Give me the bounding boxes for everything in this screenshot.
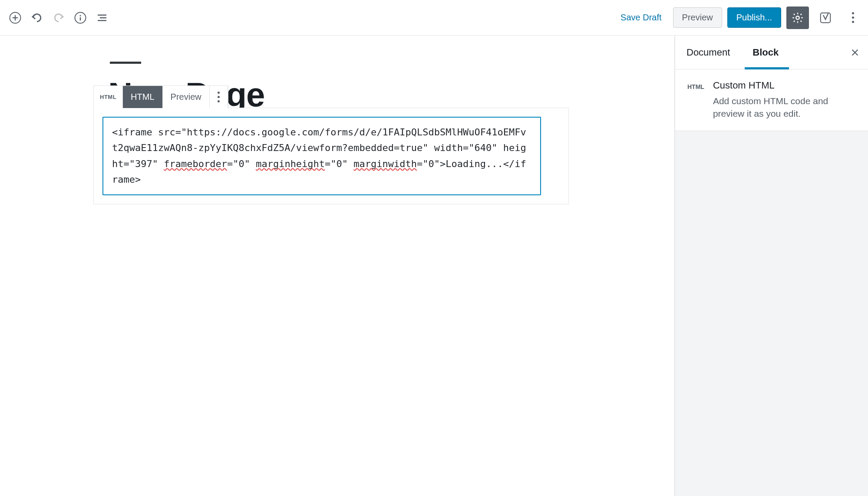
sidebar-close-button[interactable] xyxy=(842,39,868,66)
block-tab-html[interactable]: HTML xyxy=(123,86,162,108)
code-word-marginwidth: marginwidth xyxy=(353,158,417,169)
title-accent-bar xyxy=(110,62,141,64)
html-code-textarea[interactable]: <iframe src="https://docs.google.com/for… xyxy=(102,117,541,195)
plus-circle-icon xyxy=(9,11,22,24)
yoast-button[interactable] xyxy=(814,7,837,29)
gear-icon xyxy=(792,12,804,24)
yoast-icon xyxy=(819,11,832,24)
kebab-icon xyxy=(852,12,854,23)
top-toolbar: Save Draft Preview Publish... xyxy=(0,0,868,36)
svg-rect-10 xyxy=(821,13,831,23)
content-structure-button[interactable] xyxy=(69,7,91,29)
block-more-options[interactable] xyxy=(210,86,228,108)
sidebar-tabs: Document Block xyxy=(675,36,868,69)
svg-point-9 xyxy=(796,16,799,19)
main-area: New Page HTML HTML Preview <iframe src="… xyxy=(0,36,868,496)
code-text: ="0" xyxy=(227,158,256,169)
publish-button[interactable]: Publish... xyxy=(727,7,781,28)
html-badge-icon: HTML xyxy=(100,94,116,100)
save-draft-button[interactable]: Save Draft xyxy=(614,9,667,26)
outline-icon xyxy=(96,11,109,24)
custom-html-block[interactable]: HTML HTML Preview <iframe src="https://d… xyxy=(93,108,569,204)
info-icon xyxy=(74,11,87,24)
more-options-button[interactable] xyxy=(842,7,864,29)
code-word-marginheight: marginheight xyxy=(256,158,325,169)
editor-content: New Page HTML HTML Preview <iframe src="… xyxy=(93,62,569,204)
kebab-icon xyxy=(218,92,220,102)
toolbar-left xyxy=(4,7,113,29)
code-word-frameborder: frameborder xyxy=(164,158,227,169)
sidebar-tab-block[interactable]: Block xyxy=(741,36,790,69)
settings-sidebar: Document Block HTML Custom HTML Add cust… xyxy=(675,36,868,496)
block-info-panel: HTML Custom HTML Add custom HTML code an… xyxy=(675,69,868,131)
undo-button[interactable] xyxy=(26,7,48,29)
settings-toggle-button[interactable] xyxy=(786,7,809,29)
undo-icon xyxy=(30,11,43,24)
block-toolbar: HTML HTML Preview xyxy=(93,85,228,108)
preview-button[interactable]: Preview xyxy=(673,7,722,28)
block-navigation-button[interactable] xyxy=(91,7,113,29)
redo-icon xyxy=(52,11,65,24)
sidebar-tab-document[interactable]: Document xyxy=(675,36,741,69)
code-text: ="0" xyxy=(325,158,353,169)
block-tab-preview[interactable]: Preview xyxy=(163,86,210,108)
svg-point-4 xyxy=(79,15,81,16)
html-badge-icon: HTML xyxy=(687,83,704,120)
toolbar-right: Save Draft Preview Publish... xyxy=(614,7,864,29)
close-icon xyxy=(850,48,860,57)
block-info-description: Add custom HTML code and preview it as y… xyxy=(713,95,856,120)
add-block-button[interactable] xyxy=(4,7,26,29)
block-info-body: Custom HTML Add custom HTML code and pre… xyxy=(713,80,856,120)
block-type-indicator[interactable]: HTML xyxy=(94,86,123,108)
block-info-title: Custom HTML xyxy=(713,80,856,91)
editor-canvas[interactable]: New Page HTML HTML Preview <iframe src="… xyxy=(0,36,675,496)
redo-button[interactable] xyxy=(48,7,69,29)
